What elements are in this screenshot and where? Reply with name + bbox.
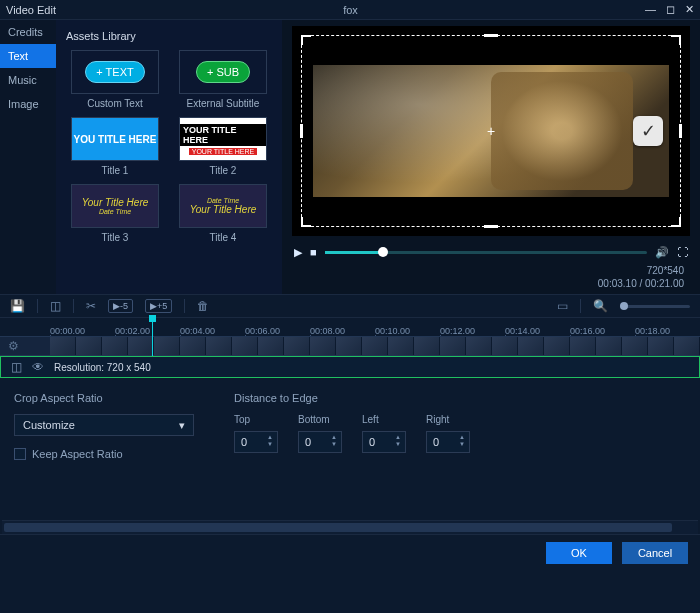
library-heading: Assets Library: [66, 30, 272, 42]
video-stage[interactable]: + ✓: [292, 26, 690, 236]
timeline-track[interactable]: ⚙: [0, 336, 700, 356]
spinner-arrows-icon[interactable]: ▲▼: [331, 434, 337, 448]
ruler-tick: 00:16.00: [570, 326, 635, 336]
asset-label: Title 4: [210, 232, 237, 243]
spinner-arrows-icon[interactable]: ▲▼: [395, 434, 401, 448]
asset-label: Custom Text: [87, 98, 142, 109]
asset-label: External Subtitle: [187, 98, 260, 109]
text-badge: + TEXT: [85, 61, 144, 83]
confirm-crop-button[interactable]: ✓: [633, 116, 663, 146]
stop-button[interactable]: ■: [310, 246, 317, 258]
preview-panel: + ✓ ▶ ■ 🔊 ⛶ 720*540 00:03.10 / 00:21.00: [282, 20, 700, 294]
asset-title-1[interactable]: YOU TITLE HERE Title 1: [66, 117, 164, 176]
sidebar-tab-credits[interactable]: Credits: [0, 20, 56, 44]
asset-title-4[interactable]: Date TimeYour Title Here Title 4: [174, 184, 272, 243]
playback-bar: ▶ ■ 🔊 ⛶: [288, 240, 694, 264]
clip-thumbnails[interactable]: [50, 337, 700, 355]
playhead[interactable]: [152, 318, 153, 356]
keep-aspect-checkbox[interactable]: Keep Aspect Ratio: [14, 448, 194, 460]
document-name: fox: [56, 4, 645, 16]
maximize-button[interactable]: ◻: [666, 3, 675, 16]
asset-title-3[interactable]: Your Title HereDate Time Title 3: [66, 184, 164, 243]
sidebar-tab-music[interactable]: Music: [0, 68, 56, 92]
scrollbar-thumb[interactable]: [4, 523, 672, 532]
time-ruler[interactable]: 00:00.00 00:02.00 00:04.00 00:06.00 00:0…: [0, 318, 700, 336]
crop-tool-icon[interactable]: ◫: [50, 299, 61, 313]
edge-left-input[interactable]: 0▲▼: [362, 431, 406, 453]
crop-rectangle[interactable]: +: [301, 35, 681, 227]
aspect-ratio-select[interactable]: Customize ▾: [14, 414, 194, 436]
preview-eye-icon[interactable]: 👁: [32, 360, 44, 374]
ruler-tick: 00:10.00: [375, 326, 440, 336]
crop-handle-tl[interactable]: [301, 35, 311, 45]
edge-label-right: Right: [426, 414, 470, 425]
asset-title-2[interactable]: YOUR TITLE HEREYOUR TITLE HERE Title 2: [174, 117, 272, 176]
dialog-footer: OK Cancel: [0, 534, 700, 570]
asset-label: Title 1: [102, 165, 129, 176]
zoom-slider[interactable]: [620, 305, 690, 308]
crop-mode-icon[interactable]: ◫: [11, 360, 22, 374]
track-settings-icon[interactable]: ⚙: [8, 339, 19, 353]
delete-icon[interactable]: 🗑: [197, 299, 209, 313]
crop-settings-panel: Crop Aspect Ratio Customize ▾ Keep Aspec…: [0, 378, 700, 520]
resolution-row: ◫ 👁 Resolution: 720 x 540: [0, 356, 700, 378]
edge-bottom-input[interactable]: 0▲▼: [298, 431, 342, 453]
ruler-tick: 00:04.00: [180, 326, 245, 336]
title-bar: Video Edit fox — ◻ ✕: [0, 0, 700, 20]
ruler-tick: 00:08.00: [310, 326, 375, 336]
ok-button[interactable]: OK: [546, 542, 612, 564]
play-button[interactable]: ▶: [294, 246, 302, 259]
crop-handle-br[interactable]: [671, 217, 681, 227]
asset-label: Title 2: [210, 165, 237, 176]
skip-back-5-button[interactable]: ▶-5: [108, 299, 133, 313]
sub-badge: + SUB: [196, 61, 250, 83]
sidebar-tab-text[interactable]: Text: [0, 44, 56, 68]
ruler-tick: 00:02.00: [115, 326, 180, 336]
edge-label-top: Top: [234, 414, 278, 425]
volume-button[interactable]: 🔊: [655, 246, 669, 259]
save-icon[interactable]: 💾: [10, 299, 25, 313]
fullscreen-button[interactable]: ⛶: [677, 246, 688, 258]
checkbox-box[interactable]: [14, 448, 26, 460]
crop-handle-top[interactable]: [484, 34, 498, 37]
zoom-knob[interactable]: [620, 302, 628, 310]
horizontal-scrollbar[interactable]: [2, 520, 698, 534]
check-icon: ✓: [641, 120, 656, 142]
asset-custom-text[interactable]: + TEXT Custom Text: [66, 50, 164, 109]
resolution-badge: 720*540: [288, 264, 684, 277]
crop-center-icon[interactable]: +: [487, 123, 495, 139]
edge-label-left: Left: [362, 414, 406, 425]
keep-aspect-label: Keep Aspect Ratio: [32, 448, 123, 460]
category-sidebar: Credits Text Music Image: [0, 20, 56, 294]
edit-toolbar: 💾 ◫ ✂ ▶-5 ▶+5 🗑 ▭ 🔍: [0, 294, 700, 318]
sidebar-tab-image[interactable]: Image: [0, 92, 56, 116]
minimize-button[interactable]: —: [645, 3, 656, 16]
edge-top-input[interactable]: 0▲▼: [234, 431, 278, 453]
ruler-tick: 00:14.00: [505, 326, 570, 336]
crop-handle-tr[interactable]: [671, 35, 681, 45]
ruler-tick: 00:06.00: [245, 326, 310, 336]
spinner-arrows-icon[interactable]: ▲▼: [459, 434, 465, 448]
fit-icon[interactable]: ▭: [557, 299, 568, 313]
asset-external-subtitle[interactable]: + SUB External Subtitle: [174, 50, 272, 109]
crop-handle-bl[interactable]: [301, 217, 311, 227]
resolution-label: Resolution: 720 x 540: [54, 362, 151, 373]
seek-slider[interactable]: [325, 251, 647, 254]
close-button[interactable]: ✕: [685, 3, 694, 16]
ruler-tick: 00:00.00: [50, 326, 115, 336]
assets-library: Assets Library + TEXT Custom Text + SUB …: [56, 20, 282, 294]
spinner-arrows-icon[interactable]: ▲▼: [267, 434, 273, 448]
crop-handle-bottom[interactable]: [484, 225, 498, 228]
edge-right-input[interactable]: 0▲▼: [426, 431, 470, 453]
seek-knob[interactable]: [378, 247, 388, 257]
crop-handle-right[interactable]: [679, 124, 682, 138]
edge-label-bottom: Bottom: [298, 414, 342, 425]
cancel-button[interactable]: Cancel: [622, 542, 688, 564]
cut-icon[interactable]: ✂: [86, 299, 96, 313]
skip-fwd-5-button[interactable]: ▶+5: [145, 299, 172, 313]
aspect-value: Customize: [23, 419, 75, 431]
crop-handle-left[interactable]: [300, 124, 303, 138]
aspect-heading: Crop Aspect Ratio: [14, 392, 194, 404]
time-display: 00:03.10 / 00:21.00: [288, 277, 684, 290]
zoom-icon[interactable]: 🔍: [593, 299, 608, 313]
